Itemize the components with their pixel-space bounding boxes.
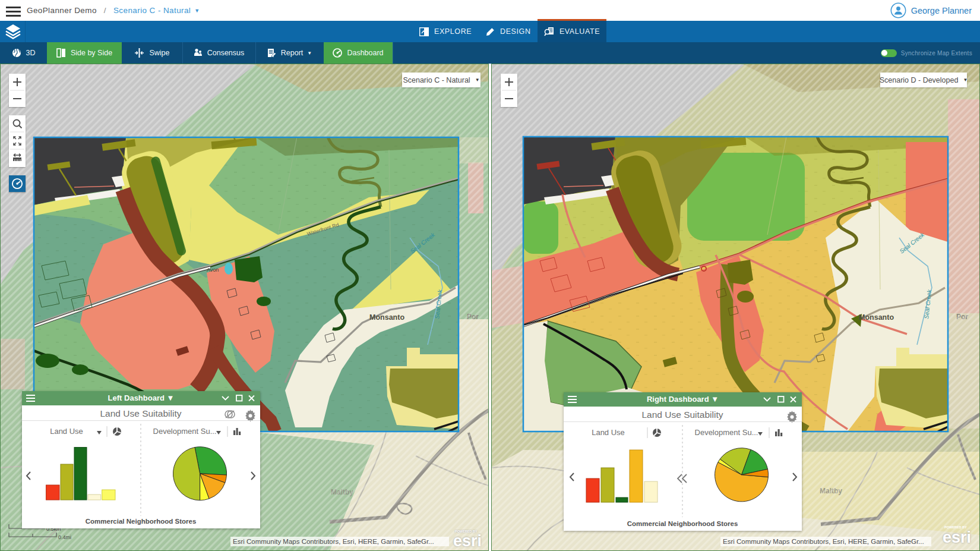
svg-text:Land Use: Land Use [50, 427, 83, 436]
svg-text:esri: esri [943, 528, 971, 546]
svg-text:Development Su...: Development Su... [695, 428, 758, 437]
svg-text:Monsanto: Monsanto [369, 313, 404, 322]
svg-text:Commercial Neighborhood Stores: Commercial Neighborhood Stores [627, 520, 738, 527]
svg-text:Development Su...: Development Su... [153, 427, 217, 436]
svg-text:Monsanto: Monsanto [859, 313, 894, 322]
svg-text:Land Use Suitability: Land Use Suitability [100, 408, 182, 418]
svg-text:Land Use Suitability: Land Use Suitability [642, 410, 723, 420]
svg-text:Land Use: Land Use [592, 428, 625, 437]
svg-text:Avon: Avon [207, 267, 219, 273]
svg-text:Commercial Neighborhood Stores: Commercial Neighborhood Stores [86, 518, 197, 525]
svg-text:Esri Community Maps Contributo: Esri Community Maps Contributors, Esri, … [723, 538, 924, 545]
svg-text:Esri Community Maps Contributo: Esri Community Maps Contributors, Esri, … [233, 538, 434, 545]
svg-text:0.4mi: 0.4mi [58, 534, 71, 540]
svg-text:esri: esri [453, 532, 482, 550]
